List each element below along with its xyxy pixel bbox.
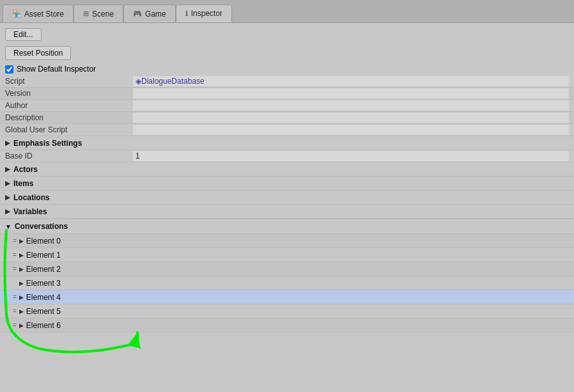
element-6-label: Element 6 (26, 321, 61, 330)
prop-label-base-id: Base ID (5, 152, 133, 161)
prop-value-version[interactable] (133, 88, 569, 98)
element-5-label: Element 5 (26, 307, 61, 316)
prop-row-description: Description (0, 112, 574, 124)
tab-bar: 🏪 Asset Store ⊞ Scene 🎮 Game ℹ Inspector (0, 0, 574, 23)
tab-scene[interactable]: ⊞ Scene (74, 4, 123, 22)
element-2-eq-icon: = (13, 265, 17, 272)
tab-asset-store-label: Asset Store (24, 10, 64, 19)
asset-store-icon: 🏪 (12, 10, 21, 18)
tab-asset-store[interactable]: 🏪 Asset Store (3, 4, 74, 22)
element-3-arrow-icon: ▶ (19, 280, 24, 286)
prop-label-author: Author (5, 101, 133, 110)
prop-label-version: Version (5, 89, 133, 98)
conversations-header[interactable]: ▼ Conversations (0, 219, 574, 234)
element-4-eq-icon: = (13, 294, 17, 301)
reset-position-button[interactable]: Reset Position (5, 46, 71, 60)
prop-row-global-user-script: Global User Script (0, 124, 574, 136)
section-items[interactable]: ▶ Items (0, 176, 574, 191)
show-default-inspector-label: Show Default Inspector (17, 65, 96, 74)
prop-value-description[interactable] (133, 113, 569, 123)
tab-scene-label: Scene (92, 10, 114, 19)
prop-value-script[interactable] (133, 76, 569, 86)
section-variables[interactable]: ▶ Variables (0, 205, 574, 219)
show-default-inspector-row: Show Default Inspector (0, 63, 574, 75)
section-emphasis-settings[interactable]: ▶ Emphasis Settings (0, 136, 574, 150)
prop-label-description: Description (5, 113, 133, 122)
element-row-5[interactable]: = ▶ Element 5 (0, 304, 574, 318)
element-row-6[interactable]: = ▶ Element 6 (0, 318, 574, 333)
prop-row-author: Author (0, 100, 574, 112)
element-1-arrow-icon: ▶ (19, 252, 24, 258)
items-arrow-icon: ▶ (5, 180, 10, 187)
prop-value-global-user-script[interactable] (133, 125, 569, 135)
element-2-arrow-icon: ▶ (19, 266, 24, 272)
element-0-label: Element 0 (26, 237, 61, 246)
element-1-eq-icon: = (13, 251, 17, 258)
edit-button[interactable]: Edit... (5, 28, 42, 41)
element-row-1[interactable]: = ▶ Element 1 (0, 248, 574, 262)
emphasis-settings-label: Emphasis Settings (13, 139, 82, 148)
element-5-eq-icon: = (13, 308, 17, 315)
element-0-arrow-icon: ▶ (19, 238, 24, 244)
variables-label: Variables (13, 207, 47, 216)
prop-label-global-user-script: Global User Script (5, 125, 133, 134)
prop-row-script: Script (0, 75, 574, 88)
element-2-label: Element 2 (26, 265, 61, 274)
tab-game-label: Game (145, 10, 166, 19)
element-4-arrow-icon: ▶ (19, 294, 24, 301)
game-icon: 🎮 (133, 10, 142, 18)
section-locations[interactable]: ▶ Locations (0, 191, 574, 205)
element-row-3[interactable]: = ▶ Element 3 (0, 276, 574, 290)
variables-arrow-icon: ▶ (5, 208, 10, 215)
show-default-inspector-checkbox[interactable] (5, 65, 13, 74)
element-6-eq-icon: = (13, 322, 17, 329)
actors-arrow-icon: ▶ (5, 166, 10, 173)
element-6-arrow-icon: ▶ (19, 322, 24, 329)
element-0-eq-icon: = (13, 237, 17, 244)
inspector-icon: ℹ (185, 10, 188, 18)
element-row-2[interactable]: = ▶ Element 2 (0, 262, 574, 276)
prop-row-base-id: Base ID (0, 150, 574, 162)
reset-row: Reset Position (0, 43, 574, 63)
element-1-label: Element 1 (26, 251, 61, 260)
conversations-label: Conversations (15, 222, 68, 231)
conversations-section: ▼ Conversations = ▶ Element 0 = ▶ Elemen… (0, 219, 574, 333)
element-row-4[interactable]: = ▶ Element 4 (0, 290, 574, 304)
items-label: Items (13, 179, 33, 188)
element-3-label: Element 3 (26, 279, 61, 288)
prop-label-script: Script (5, 77, 133, 86)
inspector-content: Script Version Author Description Global… (0, 75, 574, 333)
locations-label: Locations (13, 193, 50, 202)
locations-arrow-icon: ▶ (5, 194, 10, 201)
conversations-arrow-icon: ▼ (5, 223, 12, 230)
tab-inspector[interactable]: ℹ Inspector (176, 4, 232, 22)
tab-inspector-label: Inspector (191, 9, 222, 18)
element-5-arrow-icon: ▶ (19, 308, 24, 315)
inspector-panel: Edit... Reset Position Show Default Insp… (0, 23, 574, 333)
element-4-label: Element 4 (26, 293, 61, 302)
element-row-0[interactable]: = ▶ Element 0 (0, 234, 574, 248)
emphasis-arrow-icon: ▶ (5, 139, 10, 146)
tab-game[interactable]: 🎮 Game (123, 4, 176, 22)
prop-row-version: Version (0, 88, 574, 100)
section-actors[interactable]: ▶ Actors (0, 162, 574, 176)
actors-label: Actors (13, 165, 38, 174)
prop-value-author[interactable] (133, 100, 569, 111)
edit-row: Edit... (0, 27, 574, 43)
scene-icon: ⊞ (83, 10, 89, 18)
prop-value-base-id[interactable] (133, 151, 569, 161)
